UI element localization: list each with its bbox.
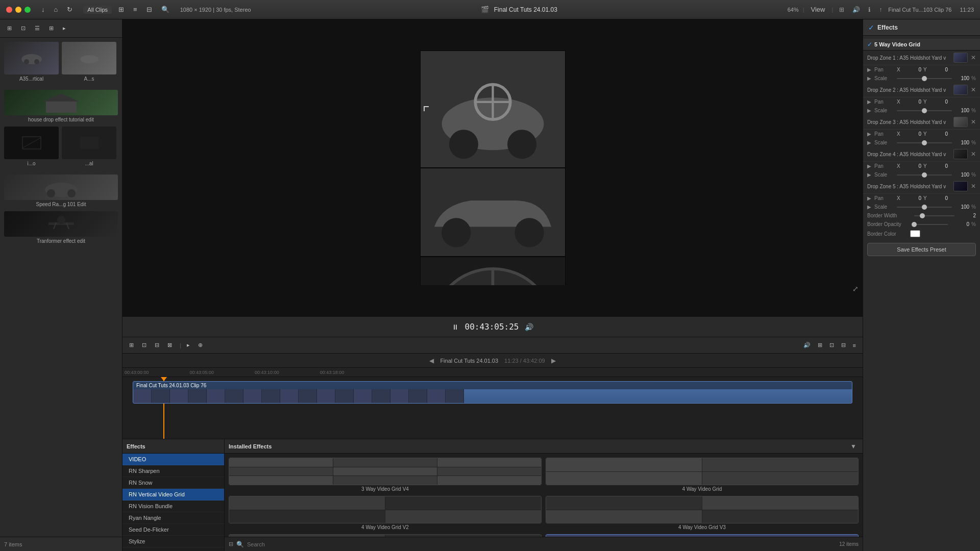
inspector-toggle-btn[interactable]: ⊞ [837, 5, 846, 14]
inspector-content: ✓ 5 Way Video Grid Drop Zone 1 : A35 Hol… [863, 36, 980, 551]
scale5-slider[interactable] [897, 207, 952, 208]
sidebar-icon4-btn[interactable]: ⊞ [46, 24, 57, 33]
clip-view-btn[interactable]: ⊞ [127, 341, 136, 349]
dz5-delete-btn[interactable]: ✕ [971, 183, 976, 190]
select-btn[interactable]: ▸ [184, 341, 192, 349]
pan1-expand-btn[interactable]: ▶ [867, 67, 871, 72]
next-clip-btn[interactable]: ▶ [551, 357, 556, 364]
list-item[interactable]: i...o [4, 127, 59, 166]
dz4-delete-btn[interactable]: ✕ [971, 151, 976, 158]
tl-more-btn[interactable]: ⊟ [839, 341, 848, 349]
tl-snap-btn[interactable]: ⊞ [815, 341, 825, 349]
dz2-delete-btn[interactable]: ✕ [971, 86, 976, 93]
effect-card-3way[interactable]: 3 Way Video Grid V4 [229, 458, 542, 492]
key-btn[interactable]: ⌂ [52, 5, 61, 14]
dz2-thumb[interactable] [953, 85, 968, 95]
dz1-thumb[interactable] [953, 53, 968, 63]
trim-btn[interactable]: ⊟ [152, 341, 162, 349]
pan4-x-label: X [897, 163, 904, 169]
list-item[interactable]: ...al [62, 127, 116, 166]
effects-sort-btn[interactable]: ▼ [848, 442, 859, 451]
scale3-row: ▶ Scale 100 % [863, 138, 980, 147]
border-color-swatch[interactable] [910, 230, 920, 237]
pan2-expand-btn[interactable]: ▶ [867, 99, 871, 105]
effects-category-video[interactable]: VIDEO [122, 454, 224, 465]
list-item[interactable]: house drop effect tutorial edit [4, 90, 118, 122]
scale1-slider[interactable] [897, 78, 952, 79]
audio-btn[interactable]: 🔊 [850, 5, 862, 14]
effects-category-stylize[interactable]: Stylize [122, 536, 224, 547]
dz1-delete-btn[interactable]: ✕ [971, 54, 976, 61]
clips-view-btn[interactable]: ⊞ [116, 5, 127, 14]
scale5-expand-btn[interactable]: ▶ [867, 204, 871, 210]
fullscreen-expand-btn[interactable]: ⤢ [852, 285, 859, 293]
sidebar-icon2-btn[interactable]: ⊡ [18, 24, 29, 33]
zoom-dropdown-btn[interactable]: View [808, 5, 828, 14]
save-preset-button[interactable]: Save Effects Preset [867, 243, 976, 256]
border-opacity-label: Border Opacity [867, 221, 908, 227]
track-clip[interactable]: Final Cut Tuts 24.01.03 Clip 76 [133, 381, 852, 404]
track-btn[interactable]: ⊕ [195, 341, 205, 349]
scale2-expand-btn[interactable]: ▶ [867, 108, 871, 113]
list-view-btn[interactable]: ≡ [131, 5, 140, 14]
pan3-expand-btn[interactable]: ▶ [867, 131, 871, 137]
scale4-expand-btn[interactable]: ▶ [867, 172, 871, 178]
pan5-expand-btn[interactable]: ▶ [867, 195, 871, 201]
blade-btn[interactable]: ⊡ [139, 341, 149, 349]
effects-category-rnvertical[interactable]: RN Vertical Video Grid [122, 489, 224, 500]
effects-category-seed[interactable]: Seed De-Flicker [122, 524, 224, 536]
dz3-delete-btn[interactable]: ✕ [971, 118, 976, 126]
minimize-traffic-light[interactable] [15, 7, 21, 13]
dz5-thumb[interactable] [953, 181, 968, 191]
effects-category-rnsnow[interactable]: RN Snow [122, 477, 224, 489]
pan4-label: Pan [874, 163, 895, 169]
sync-btn[interactable]: ↻ [64, 5, 75, 14]
scale4-slider[interactable] [897, 174, 952, 176]
border-width-slider[interactable] [914, 215, 954, 216]
sidebar-icon-btn[interactable]: ⊞ [4, 24, 15, 33]
tl-audio-btn[interactable]: 🔊 [801, 341, 813, 349]
transform-btn[interactable]: ⊠ [165, 341, 175, 349]
effect-checkbox[interactable]: ✓ [867, 41, 872, 48]
sidebar-icon5-btn[interactable]: ▸ [60, 24, 69, 33]
list-item[interactable]: A35...rtical [4, 42, 59, 82]
border-opacity-slider[interactable] [914, 224, 948, 225]
pan2-y-label: Y [923, 99, 930, 105]
close-traffic-light[interactable] [6, 7, 12, 13]
prev-clip-btn[interactable]: ◀ [429, 357, 434, 364]
scale3-expand-btn[interactable]: ▶ [867, 140, 871, 145]
play-pause-btn[interactable]: ⏸ [452, 323, 459, 331]
grid-search-input[interactable] [247, 541, 836, 547]
svg-point-13 [57, 216, 65, 224]
scale2-slider[interactable] [897, 110, 952, 111]
effects-category-rnsharpen[interactable]: RN Sharpen [122, 465, 224, 477]
dz4-thumb[interactable] [953, 149, 968, 159]
effects-category-test[interactable]: test [122, 547, 224, 551]
dz3-thumb[interactable] [953, 117, 968, 127]
effect-card-4wayv2[interactable]: 4 Way Video Grid V2 [229, 496, 542, 530]
scale1-expand-btn[interactable]: ▶ [867, 76, 871, 81]
all-clips-btn[interactable]: All Clips [83, 6, 112, 14]
tl-zoom-btn[interactable]: ⊡ [827, 341, 837, 349]
tl-index-btn[interactable]: ≡ [850, 341, 859, 349]
scale3-slider[interactable] [897, 142, 952, 143]
effect-card-4way[interactable]: 4 Way Video Grid [546, 458, 859, 492]
fullscreen-traffic-light[interactable] [24, 7, 31, 13]
mute-btn[interactable]: 🔊 [525, 323, 533, 331]
frame-thumb [280, 389, 299, 404]
effect-card-4wayv3[interactable]: 4 Way Video Grid V3 [546, 496, 859, 530]
effects-category-ryan[interactable]: Ryan Nangle [122, 512, 224, 524]
effects-category-rnvision[interactable]: RN Vision Bundle [122, 500, 224, 512]
pan4-expand-btn[interactable]: ▶ [867, 163, 871, 169]
share-btn[interactable]: ↑ [877, 5, 884, 14]
sidebar-icon3-btn[interactable]: ☰ [32, 24, 43, 33]
filter-btn[interactable]: ⊟ [144, 5, 155, 14]
list-item[interactable]: A...s [62, 42, 116, 82]
search-btn[interactable]: 🔍 [159, 5, 172, 14]
frame-thumb [372, 389, 390, 404]
list-item[interactable]: Tranformer effect edit [4, 211, 118, 244]
ruler-mark-4: 00:43:18:00 [320, 370, 345, 375]
info-btn[interactable]: ℹ [866, 5, 873, 14]
download-btn[interactable]: ↓ [39, 5, 47, 14]
list-item[interactable]: Speed Ra...g 101 Edit [4, 174, 118, 207]
